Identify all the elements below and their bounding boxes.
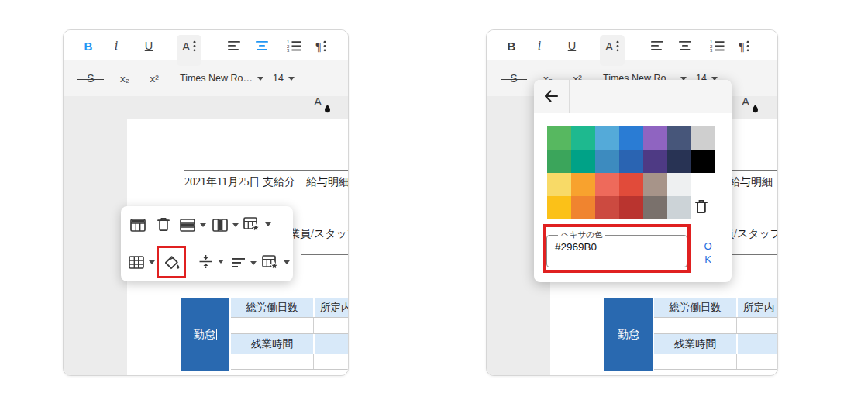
color-swatch[interactable] <box>547 173 571 196</box>
table-star-icon <box>262 255 279 270</box>
table-icon <box>130 219 146 232</box>
ok-button[interactable]: OK <box>702 240 714 266</box>
color-swatch[interactable] <box>619 150 643 173</box>
column-options-button[interactable] <box>212 215 239 235</box>
payslip-title-text: 2021年11月25日 支給分 給与明細 <box>184 175 348 189</box>
font-color-button[interactable]: A <box>310 90 326 113</box>
color-swatch[interactable] <box>691 150 715 173</box>
chevron-down-icon <box>149 260 155 264</box>
table-cell[interactable] <box>737 354 777 369</box>
trash-icon <box>695 199 708 214</box>
strikethrough-button[interactable]: S <box>81 67 101 90</box>
cell-fill-color-button[interactable] <box>164 252 180 272</box>
chevron-down-icon <box>250 261 257 265</box>
text-style-button-active[interactable]: A <box>177 35 202 66</box>
table-cell[interactable]: 所定内 <box>315 298 348 317</box>
font-color-button[interactable]: A <box>738 90 753 113</box>
table-cell[interactable]: 総労働日数 <box>654 298 738 317</box>
table-cell[interactable] <box>738 334 777 354</box>
toolbar-row-1: B i U A 123 ¶ <box>487 30 777 60</box>
color-swatch-grid <box>547 126 715 219</box>
table-cell[interactable] <box>737 318 777 333</box>
color-swatch[interactable] <box>667 196 691 219</box>
color-swatch[interactable] <box>643 150 667 173</box>
table-grid-button[interactable] <box>129 252 155 272</box>
font-family-dropdown[interactable]: Times New Ro… <box>180 67 264 90</box>
color-swatch[interactable] <box>547 150 571 173</box>
align-left-icon <box>651 40 664 51</box>
vertical-dots-icon <box>323 40 326 52</box>
numbered-list-button[interactable]: 123 <box>283 34 305 57</box>
table-cell[interactable] <box>231 318 314 333</box>
underline-button[interactable]: U <box>561 34 583 57</box>
selected-header-cell[interactable]: 勤怠 <box>181 298 231 371</box>
color-swatch[interactable] <box>619 173 643 196</box>
table-style-button[interactable] <box>243 214 271 234</box>
chevron-down-icon <box>232 223 239 227</box>
text-style-button-active[interactable]: A <box>600 35 625 66</box>
split-merge-cells-button[interactable] <box>198 251 224 271</box>
color-swatch[interactable] <box>571 196 595 219</box>
color-swatch[interactable] <box>667 150 691 173</box>
color-swatch[interactable] <box>595 150 619 173</box>
color-swatch[interactable] <box>571 173 595 196</box>
vertical-dots-icon <box>616 40 619 52</box>
font-size-dropdown[interactable]: 14 <box>273 67 294 90</box>
paragraph-marks-button[interactable]: ¶ <box>309 34 332 57</box>
color-swatch[interactable] <box>595 196 619 219</box>
paint-bucket-icon <box>164 255 180 270</box>
color-swatch[interactable] <box>595 126 619 150</box>
color-swatch[interactable] <box>571 126 595 150</box>
color-swatch[interactable] <box>595 173 619 196</box>
table-cell[interactable]: 残業時間 <box>654 334 738 354</box>
table-cell[interactable]: 総労働日数 <box>231 298 315 317</box>
insert-table-button[interactable] <box>130 215 146 235</box>
table-columns-icon <box>212 219 228 232</box>
back-button[interactable] <box>542 88 560 105</box>
color-swatch[interactable] <box>643 173 667 196</box>
color-swatch[interactable] <box>619 126 643 150</box>
color-swatch[interactable] <box>547 196 571 219</box>
align-left-button[interactable] <box>223 34 245 57</box>
row-options-button[interactable] <box>180 215 206 235</box>
strikethrough-button[interactable]: S <box>504 67 524 90</box>
underline-button[interactable]: U <box>138 34 160 57</box>
color-swatch[interactable] <box>643 196 667 219</box>
svg-text:3: 3 <box>710 48 713 52</box>
table-cell[interactable] <box>314 318 348 333</box>
bold-button[interactable]: B <box>78 34 99 57</box>
text-cursor <box>216 329 217 340</box>
selected-header-cell[interactable]: 勤怠 <box>604 298 654 371</box>
table-cell[interactable] <box>654 354 737 369</box>
table-cell[interactable] <box>231 354 314 369</box>
color-swatch[interactable] <box>643 126 667 150</box>
paragraph-marks-button[interactable]: ¶ <box>732 34 756 57</box>
clear-color-button[interactable] <box>695 199 708 214</box>
numbered-list-button[interactable]: 123 <box>706 34 728 57</box>
table-cell[interactable] <box>654 318 737 333</box>
table-cell[interactable]: 残業時間 <box>231 334 315 354</box>
hex-color-input[interactable]: #2969B0 <box>555 241 687 253</box>
color-swatch[interactable] <box>667 173 691 196</box>
table-style-button-2[interactable] <box>262 252 290 272</box>
chevron-down-icon <box>200 223 206 227</box>
italic-button[interactable]: i <box>530 34 549 57</box>
table-cell[interactable]: 所定内 <box>738 298 777 317</box>
color-swatch[interactable] <box>667 126 691 150</box>
table-cell[interactable] <box>315 334 348 354</box>
delete-table-button[interactable] <box>157 214 170 234</box>
table-cell[interactable] <box>314 354 348 369</box>
align-center-button[interactable] <box>251 34 273 57</box>
subscript-button[interactable]: x₂ <box>115 67 135 90</box>
color-swatch[interactable] <box>547 126 571 150</box>
chevron-down-icon <box>284 260 290 264</box>
align-center-button[interactable] <box>674 34 696 57</box>
align-left-button[interactable] <box>646 34 668 57</box>
color-swatch[interactable] <box>571 150 595 173</box>
italic-button[interactable]: i <box>107 34 126 57</box>
color-swatch[interactable] <box>619 196 643 219</box>
cell-align-button[interactable] <box>232 253 257 273</box>
bold-button[interactable]: B <box>501 34 522 57</box>
superscript-button[interactable]: x² <box>144 67 164 90</box>
color-swatch[interactable] <box>691 126 715 150</box>
